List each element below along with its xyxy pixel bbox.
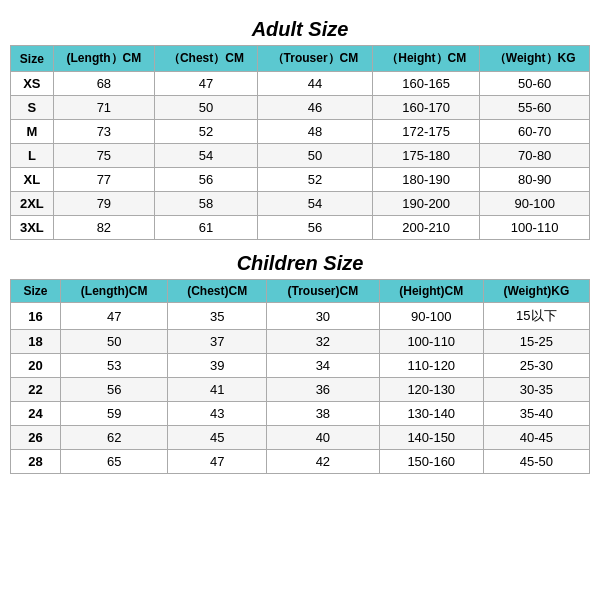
adult-header-cell: Size <box>11 46 54 72</box>
children-size-table: Size(Length)CM(Chest)CM(Trouser)CM(Heigh… <box>10 279 590 474</box>
table-cell: 39 <box>168 354 267 378</box>
table-cell: 47 <box>60 303 167 330</box>
table-cell: 28 <box>11 450 61 474</box>
table-cell: 175-180 <box>373 144 480 168</box>
table-cell: 65 <box>60 450 167 474</box>
table-cell: 15以下 <box>483 303 589 330</box>
table-row: XL775652180-19080-90 <box>11 168 590 192</box>
table-cell: 34 <box>266 354 379 378</box>
table-cell: 50 <box>257 144 372 168</box>
children-header-cell: Size <box>11 280 61 303</box>
table-cell: 100-110 <box>480 216 590 240</box>
table-cell: 110-120 <box>379 354 483 378</box>
table-cell: 130-140 <box>379 402 483 426</box>
table-cell: 79 <box>53 192 154 216</box>
table-cell: 52 <box>257 168 372 192</box>
children-header-cell: (Weight)KG <box>483 280 589 303</box>
table-cell: XS <box>11 72 54 96</box>
table-cell: 18 <box>11 330 61 354</box>
table-cell: 16 <box>11 303 61 330</box>
table-cell: 40 <box>266 426 379 450</box>
table-cell: 59 <box>60 402 167 426</box>
children-header-cell: (Chest)CM <box>168 280 267 303</box>
table-cell: 160-165 <box>373 72 480 96</box>
table-cell: 70-80 <box>480 144 590 168</box>
table-cell: 47 <box>155 72 258 96</box>
table-cell: 56 <box>257 216 372 240</box>
table-cell: 52 <box>155 120 258 144</box>
adult-size-table: Size(Length）CM（Chest）CM（Trouser）CM（Heigh… <box>10 45 590 240</box>
table-cell: M <box>11 120 54 144</box>
table-cell: 43 <box>168 402 267 426</box>
table-row: 3XL826156200-210100-110 <box>11 216 590 240</box>
table-row: M735248172-17560-70 <box>11 120 590 144</box>
table-cell: 30-35 <box>483 378 589 402</box>
table-cell: 73 <box>53 120 154 144</box>
table-cell: 75 <box>53 144 154 168</box>
table-cell: 3XL <box>11 216 54 240</box>
children-header-cell: (Trouser)CM <box>266 280 379 303</box>
table-cell: 53 <box>60 354 167 378</box>
table-cell: 190-200 <box>373 192 480 216</box>
table-row: S715046160-17055-60 <box>11 96 590 120</box>
table-cell: 58 <box>155 192 258 216</box>
table-cell: 37 <box>168 330 267 354</box>
table-cell: 150-160 <box>379 450 483 474</box>
table-row: L755450175-18070-80 <box>11 144 590 168</box>
table-cell: 36 <box>266 378 379 402</box>
table-row: 18503732100-11015-25 <box>11 330 590 354</box>
table-cell: 82 <box>53 216 154 240</box>
table-cell: 47 <box>168 450 267 474</box>
table-cell: 24 <box>11 402 61 426</box>
table-cell: 54 <box>257 192 372 216</box>
table-cell: 45 <box>168 426 267 450</box>
table-cell: 35 <box>168 303 267 330</box>
table-cell: 50-60 <box>480 72 590 96</box>
table-row: 28654742150-16045-50 <box>11 450 590 474</box>
table-cell: 56 <box>155 168 258 192</box>
table-cell: 50 <box>60 330 167 354</box>
table-cell: 2XL <box>11 192 54 216</box>
table-cell: 61 <box>155 216 258 240</box>
children-size-title: Children Size <box>237 252 364 275</box>
table-cell: 80-90 <box>480 168 590 192</box>
table-cell: 100-110 <box>379 330 483 354</box>
table-cell: 32 <box>266 330 379 354</box>
table-cell: 54 <box>155 144 258 168</box>
table-cell: 90-100 <box>480 192 590 216</box>
adult-header-cell: (Length）CM <box>53 46 154 72</box>
table-row: 26624540140-15040-45 <box>11 426 590 450</box>
table-cell: 30 <box>266 303 379 330</box>
table-cell: 40-45 <box>483 426 589 450</box>
table-cell: 50 <box>155 96 258 120</box>
children-header-cell: (Height)CM <box>379 280 483 303</box>
table-cell: 90-100 <box>379 303 483 330</box>
table-cell: 45-50 <box>483 450 589 474</box>
children-header-cell: (Length)CM <box>60 280 167 303</box>
table-cell: 22 <box>11 378 61 402</box>
table-cell: 71 <box>53 96 154 120</box>
table-cell: 120-130 <box>379 378 483 402</box>
table-cell: 35-40 <box>483 402 589 426</box>
table-cell: 172-175 <box>373 120 480 144</box>
table-cell: L <box>11 144 54 168</box>
table-cell: 60-70 <box>480 120 590 144</box>
table-cell: 20 <box>11 354 61 378</box>
table-cell: 68 <box>53 72 154 96</box>
table-cell: S <box>11 96 54 120</box>
adult-header-cell: （Weight）KG <box>480 46 590 72</box>
table-row: 2XL795854190-20090-100 <box>11 192 590 216</box>
table-row: 1647353090-10015以下 <box>11 303 590 330</box>
table-cell: 55-60 <box>480 96 590 120</box>
table-cell: 15-25 <box>483 330 589 354</box>
table-cell: 42 <box>266 450 379 474</box>
table-row: 20533934110-12025-30 <box>11 354 590 378</box>
table-cell: 180-190 <box>373 168 480 192</box>
table-row: XS684744160-16550-60 <box>11 72 590 96</box>
table-cell: XL <box>11 168 54 192</box>
table-cell: 48 <box>257 120 372 144</box>
table-cell: 41 <box>168 378 267 402</box>
table-cell: 25-30 <box>483 354 589 378</box>
table-cell: 26 <box>11 426 61 450</box>
adult-header-cell: （Chest）CM <box>155 46 258 72</box>
